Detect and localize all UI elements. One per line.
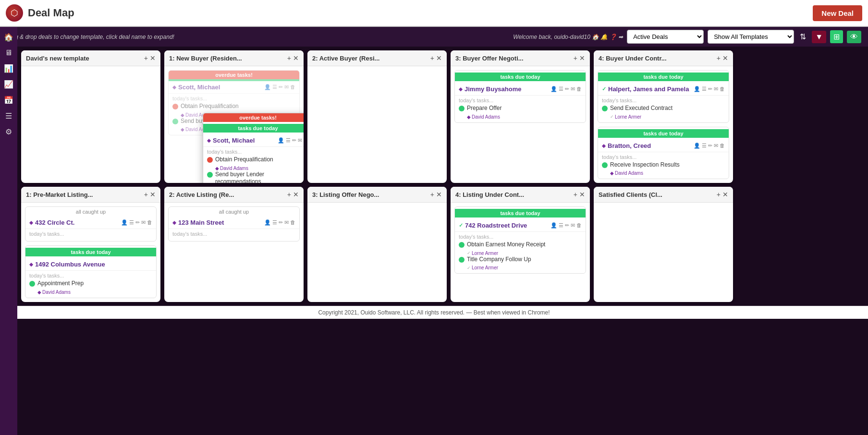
sidebar-bar-chart-icon[interactable]: 📈: [4, 80, 13, 89]
task-dot: [602, 106, 608, 111]
col-close-btn[interactable]: ✕: [579, 54, 585, 62]
list-icon[interactable]: ☰: [702, 86, 707, 92]
col-add-btn[interactable]: +: [430, 191, 434, 198]
delete-icon[interactable]: 🗑: [290, 84, 295, 90]
sidebar-settings-icon[interactable]: ⚙: [5, 127, 12, 136]
col-close-btn[interactable]: ✕: [722, 191, 728, 198]
edit-icon[interactable]: ✏: [279, 219, 283, 226]
col-add-btn[interactable]: +: [287, 191, 291, 198]
edit-icon[interactable]: ✏: [565, 222, 569, 229]
sidebar-list-icon[interactable]: ☰: [5, 111, 12, 121]
list-icon[interactable]: ☰: [129, 219, 134, 226]
col-close-btn[interactable]: ✕: [436, 191, 442, 198]
deal-name-row[interactable]: ◆ Bratton, Creed 👤 ☰ ✏ ✉ 🗑: [598, 140, 729, 152]
col-close-btn[interactable]: ✕: [722, 54, 728, 62]
edit-icon[interactable]: ✏: [565, 86, 569, 92]
list-icon[interactable]: ☰: [286, 137, 291, 144]
person-icon[interactable]: 👤: [694, 143, 700, 149]
popup-tasks-section: today's tasks... Obtain Prequalification…: [203, 147, 304, 183]
col-add-btn[interactable]: +: [574, 191, 577, 198]
edit-icon[interactable]: ✏: [135, 219, 140, 226]
caught-up-label: all caught up: [169, 207, 299, 217]
person-icon[interactable]: 👤: [264, 84, 271, 90]
active-deals-select[interactable]: Active Deals: [627, 30, 704, 44]
edit-icon[interactable]: ✏: [708, 143, 712, 149]
deal-icons: 👤 ☰ ✏ ✉ 🗑: [694, 143, 725, 149]
col-add-btn[interactable]: +: [717, 191, 721, 198]
deal-name-row[interactable]: ✓ 742 Roadstreet Drive 👤 ☰ ✏ ✉ 🗑: [455, 219, 586, 232]
list-icon[interactable]: ☰: [702, 143, 707, 149]
delete-icon[interactable]: 🗑: [576, 222, 582, 229]
column-pre-market: 1: Pre-Market Listing... + ✕ all caught …: [21, 187, 160, 302]
task-dot: [207, 157, 213, 163]
list-icon[interactable]: ☰: [559, 222, 563, 229]
deal-name-row[interactable]: ◆ 1492 Columbus Avenue: [25, 258, 156, 271]
diamond-icon: ◆: [37, 290, 41, 295]
person-icon[interactable]: 👤: [121, 219, 128, 226]
person-icon[interactable]: 👤: [278, 137, 284, 144]
email-icon[interactable]: ✉: [714, 86, 718, 92]
col-close-btn[interactable]: ✕: [293, 54, 299, 62]
person-icon[interactable]: 👤: [550, 222, 557, 229]
sort-icon-button[interactable]: ⇅: [798, 30, 808, 43]
task-dot: [207, 172, 213, 178]
deal-name-row[interactable]: ◆ Scott, Michael 👤 ☰ ✏ ✉ 🗑: [169, 81, 299, 94]
task-assignee: ✓ Lorne Armer: [467, 265, 582, 270]
edit-icon[interactable]: ✏: [279, 84, 283, 90]
col-close-btn[interactable]: ✕: [150, 54, 156, 62]
show-templates-select[interactable]: Show All Templates: [708, 30, 794, 44]
deal-name-row[interactable]: ◆ 432 Circle Ct. 👤 ☰ ✏ ✉ 🗑: [25, 217, 156, 229]
email-icon[interactable]: ✉: [284, 84, 289, 90]
filter-icon-button[interactable]: ▼: [812, 31, 826, 43]
edit-icon[interactable]: ✏: [292, 137, 296, 144]
status-label: tasks due today: [598, 129, 729, 138]
tasks-label: today's tasks...: [602, 154, 725, 160]
col-close-btn[interactable]: ✕: [436, 54, 442, 62]
column-title: Satisfied Clients (Cl...: [599, 191, 662, 198]
email-icon[interactable]: ✉: [141, 219, 146, 226]
email-icon[interactable]: ✉: [284, 219, 289, 226]
deal-name-row[interactable]: ◆ Jimmy Buysahome 👤 ☰ ✏ ✉ 🗑: [455, 83, 586, 96]
sidebar-monitor-icon[interactable]: 🖥: [5, 48, 12, 57]
col-add-btn[interactable]: +: [287, 54, 291, 62]
col-add-btn[interactable]: +: [574, 54, 577, 62]
person-icon[interactable]: 👤: [264, 219, 271, 226]
col-close-btn[interactable]: ✕: [150, 191, 156, 198]
column-davids-template: David's new template + ✕: [21, 50, 160, 183]
edit-icon[interactable]: ✏: [708, 86, 712, 92]
deal-name-row[interactable]: ◆ 123 Main Street 👤 ☰ ✏ ✉ 🗑: [169, 217, 299, 229]
list-icon[interactable]: ☰: [272, 84, 277, 90]
eye-icon-button[interactable]: 👁: [847, 31, 861, 43]
col-add-btn[interactable]: +: [144, 54, 148, 62]
sidebar-chart-icon[interactable]: 📊: [4, 64, 13, 73]
sidebar-calendar-icon[interactable]: 📅: [4, 96, 13, 105]
status-label: tasks due today: [25, 248, 156, 256]
person-icon[interactable]: 👤: [550, 86, 557, 92]
delete-icon[interactable]: 🗑: [576, 86, 582, 92]
email-icon[interactable]: ✉: [571, 222, 575, 229]
list-icon[interactable]: ☰: [272, 219, 277, 226]
deal-card-742: tasks due today ✓ 742 Roadstreet Drive 👤…: [454, 206, 586, 274]
email-icon[interactable]: ✉: [298, 137, 302, 144]
col-add-btn[interactable]: +: [717, 54, 721, 62]
email-icon[interactable]: ✉: [571, 86, 575, 92]
delete-icon[interactable]: 🗑: [147, 219, 152, 226]
col-close-btn[interactable]: ✕: [293, 191, 299, 198]
person-icon[interactable]: 👤: [694, 86, 700, 92]
grid-icon-button[interactable]: ⊞: [830, 30, 843, 43]
popup-deal-name-row[interactable]: ◆ Scott, Michael 👤 ☰ ✏ ✉ 🗑: [203, 134, 304, 147]
deal-name-row[interactable]: ✓ Halpert, James and Pamela 👤 ☰ ✏ ✉ 🗑: [598, 83, 729, 96]
col-close-btn[interactable]: ✕: [579, 191, 585, 198]
new-deal-button[interactable]: New Deal: [813, 5, 862, 21]
delete-icon[interactable]: 🗑: [290, 219, 295, 226]
delete-icon[interactable]: 🗑: [720, 86, 725, 92]
sidebar-home-icon[interactable]: 🏠: [4, 33, 13, 42]
list-icon[interactable]: ☰: [559, 86, 563, 92]
col-add-btn[interactable]: +: [430, 54, 434, 62]
task-text: Obtain Prequalification: [215, 156, 273, 164]
delete-icon[interactable]: 🗑: [720, 143, 725, 149]
task-text: Obtain Prequalification: [181, 103, 239, 110]
col-add-btn[interactable]: +: [144, 191, 148, 198]
task-text: Appointment Prep: [37, 280, 84, 288]
email-icon[interactable]: ✉: [714, 143, 718, 149]
